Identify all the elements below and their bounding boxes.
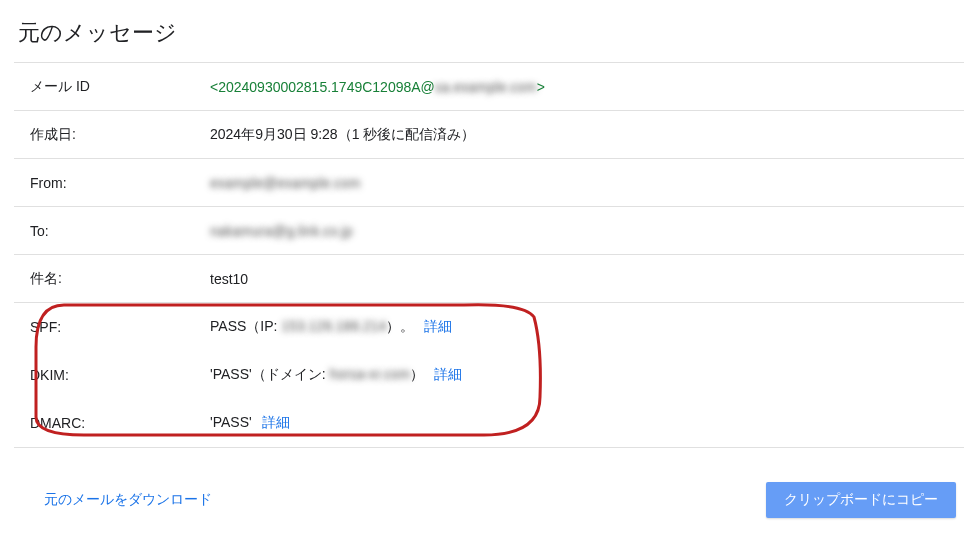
label-from: From: (30, 175, 210, 191)
label-to: To: (30, 223, 210, 239)
value-spf: PASS（IP: 153.126.186.214）。 詳細 (210, 318, 964, 336)
row-spf: SPF: PASS（IP: 153.126.186.214）。 詳細 (14, 303, 964, 351)
label-dkim: DKIM: (30, 367, 210, 383)
row-message-id: メール ID <20240930002815.1749C12098A@sa.ex… (14, 63, 964, 111)
row-created: 作成日: 2024年9月30日 9:28（1 秒後に配信済み） (14, 111, 964, 159)
page-title: 元のメッセージ (0, 0, 974, 62)
value-dmarc: 'PASS' 詳細 (210, 414, 964, 432)
row-to: To: nakamura@g.link.co.jp (14, 207, 964, 255)
spf-details-link[interactable]: 詳細 (424, 318, 452, 334)
copy-to-clipboard-button[interactable]: クリップボードにコピー (766, 482, 956, 518)
message-info-table: メール ID <20240930002815.1749C12098A@sa.ex… (14, 62, 964, 448)
spf-ip-hidden: 153.126.186.214 (281, 318, 386, 334)
label-created: 作成日: (30, 126, 210, 144)
value-created: 2024年9月30日 9:28（1 秒後に配信済み） (210, 126, 964, 144)
dkim-domain-hidden: horsa-xr.com (329, 366, 410, 382)
label-spf: SPF: (30, 319, 210, 335)
label-message-id: メール ID (30, 78, 210, 96)
bottom-actions: 元のメールをダウンロード クリップボードにコピー (0, 448, 974, 518)
label-dmarc: DMARC: (30, 415, 210, 431)
value-to: nakamura@g.link.co.jp (210, 223, 964, 239)
row-dkim: DKIM: 'PASS'（ドメイン: horsa-xr.com） 詳細 (14, 351, 964, 399)
dkim-details-link[interactable]: 詳細 (434, 366, 462, 382)
value-dkim: 'PASS'（ドメイン: horsa-xr.com） 詳細 (210, 366, 964, 384)
row-from: From: example@example.com (14, 159, 964, 207)
dmarc-details-link[interactable]: 詳細 (262, 414, 290, 430)
label-subject: 件名: (30, 270, 210, 288)
row-subject: 件名: test10 (14, 255, 964, 303)
message-id-domain-hidden: sa.example.com (435, 79, 537, 95)
download-original-link[interactable]: 元のメールをダウンロード (44, 491, 212, 509)
auth-section: SPF: PASS（IP: 153.126.186.214）。 詳細 DKIM:… (14, 303, 964, 448)
value-from: example@example.com (210, 175, 964, 191)
row-dmarc: DMARC: 'PASS' 詳細 (14, 399, 964, 447)
value-message-id: <20240930002815.1749C12098A@sa.example.c… (210, 79, 964, 95)
value-subject: test10 (210, 271, 964, 287)
